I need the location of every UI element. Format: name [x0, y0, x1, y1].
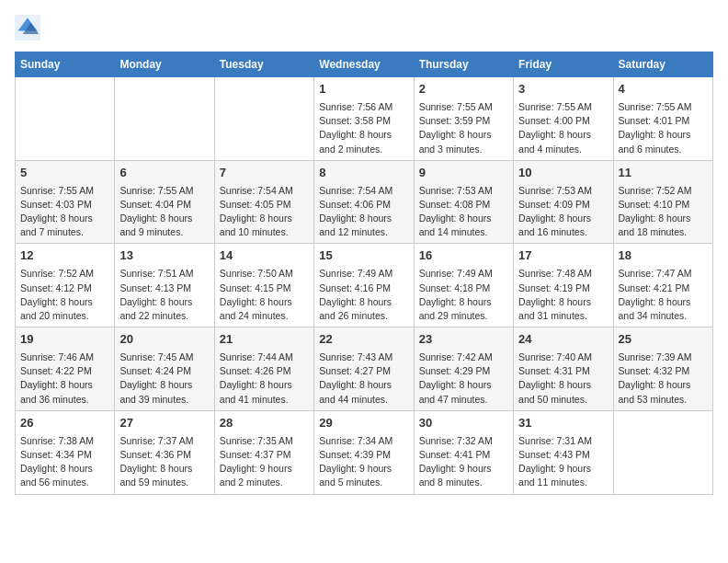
day-content-line: Daylight: 8 hours: [319, 295, 408, 309]
day-content-line: Sunrise: 7:55 AM: [20, 184, 109, 198]
calendar-cell: 11Sunrise: 7:52 AMSunset: 4:10 PMDayligh…: [613, 160, 712, 244]
day-content-line: Sunset: 4:15 PM: [220, 282, 309, 295]
day-number: 11: [619, 165, 708, 182]
day-content-line: and 20 minutes.: [20, 309, 109, 323]
day-content-line: and 36 minutes.: [20, 393, 109, 407]
day-content-line: Sunset: 4:36 PM: [119, 448, 209, 462]
day-number: 30: [419, 415, 508, 432]
day-content-line: and 14 minutes.: [419, 225, 508, 239]
day-content-line: Sunrise: 7:48 AM: [518, 267, 608, 281]
day-content-line: and 16 minutes.: [518, 225, 608, 239]
calendar-cell: 7Sunrise: 7:54 AMSunset: 4:05 PMDaylight…: [214, 160, 313, 244]
day-number: 23: [419, 331, 508, 349]
calendar-cell: 8Sunrise: 7:54 AMSunset: 4:06 PMDaylight…: [314, 160, 414, 244]
day-content-line: Sunrise: 7:49 AM: [319, 267, 408, 281]
day-number: 29: [319, 415, 408, 432]
day-content-line: and 34 minutes.: [619, 309, 708, 323]
day-content-line: Sunset: 4:24 PM: [119, 364, 209, 378]
day-content-line: Daylight: 8 hours: [619, 295, 708, 309]
calendar-cell: [613, 410, 712, 494]
calendar-cell: [115, 77, 214, 161]
day-content-line: Sunset: 4:16 PM: [319, 282, 408, 295]
day-content-line: Daylight: 8 hours: [419, 128, 508, 142]
day-content-line: Daylight: 8 hours: [20, 462, 109, 476]
calendar-cell: 9Sunrise: 7:53 AMSunset: 4:08 PMDaylight…: [414, 160, 513, 244]
day-number: 1: [319, 81, 408, 98]
day-number: 14: [220, 247, 309, 265]
day-content-line: Sunset: 3:58 PM: [319, 114, 408, 128]
day-content-line: Sunset: 3:59 PM: [419, 114, 508, 128]
day-content-line: Sunrise: 7:42 AM: [419, 350, 508, 364]
day-content-line: Sunrise: 7:51 AM: [119, 267, 209, 281]
calendar-cell: 19Sunrise: 7:46 AMSunset: 4:22 PMDayligh…: [16, 327, 115, 411]
day-content-line: Sunset: 4:26 PM: [220, 364, 309, 378]
day-header-thursday: Thursday: [414, 52, 513, 77]
day-number: 25: [619, 331, 708, 349]
day-content-line: Sunset: 4:43 PM: [518, 448, 608, 462]
day-content-line: and 26 minutes.: [319, 309, 408, 323]
day-number: 5: [20, 165, 109, 182]
day-header-tuesday: Tuesday: [214, 52, 313, 77]
day-content-line: Sunrise: 7:55 AM: [419, 100, 508, 114]
day-number: 15: [319, 247, 408, 265]
day-content-line: Daylight: 8 hours: [518, 128, 608, 142]
day-content-line: and 50 minutes.: [518, 393, 608, 407]
calendar-cell: 16Sunrise: 7:49 AMSunset: 4:18 PMDayligh…: [414, 244, 513, 327]
day-number: 7: [220, 165, 309, 182]
calendar-cell: 30Sunrise: 7:32 AMSunset: 4:41 PMDayligh…: [414, 410, 513, 494]
day-number: 4: [619, 81, 708, 98]
day-content-line: Sunset: 4:03 PM: [20, 198, 109, 212]
day-content-line: Daylight: 8 hours: [319, 128, 408, 142]
day-content-line: Sunset: 4:32 PM: [619, 364, 708, 378]
day-number: 27: [119, 415, 209, 432]
day-content-line: Sunset: 4:21 PM: [619, 282, 708, 295]
logo: [15, 15, 44, 40]
day-number: 10: [518, 165, 608, 182]
day-content-line: Daylight: 8 hours: [220, 378, 309, 392]
calendar-cell: 17Sunrise: 7:48 AMSunset: 4:19 PMDayligh…: [514, 244, 613, 327]
day-content-line: Sunset: 4:27 PM: [319, 364, 408, 378]
day-content-line: Sunrise: 7:55 AM: [518, 100, 608, 114]
day-content-line: Daylight: 8 hours: [20, 378, 109, 392]
day-content-line: Sunset: 4:10 PM: [619, 198, 708, 212]
day-content-line: Daylight: 8 hours: [419, 295, 508, 309]
day-content-line: and 44 minutes.: [319, 393, 408, 407]
day-content-line: Sunrise: 7:35 AM: [220, 434, 309, 448]
day-content-line: Sunrise: 7:38 AM: [20, 434, 109, 448]
calendar-cell: 21Sunrise: 7:44 AMSunset: 4:26 PMDayligh…: [214, 327, 313, 411]
day-number: 6: [119, 165, 209, 182]
day-number: 2: [419, 81, 508, 98]
day-content-line: Sunrise: 7:40 AM: [518, 350, 608, 364]
day-content-line: Daylight: 8 hours: [220, 212, 309, 225]
calendar-cell: 5Sunrise: 7:55 AMSunset: 4:03 PMDaylight…: [16, 160, 115, 244]
day-header-friday: Friday: [514, 52, 613, 77]
day-content-line: Sunset: 4:05 PM: [220, 198, 309, 212]
day-content-line: and 12 minutes.: [319, 225, 408, 239]
day-content-line: Daylight: 9 hours: [220, 462, 309, 476]
day-content-line: Daylight: 8 hours: [119, 212, 209, 225]
day-content-line: Daylight: 8 hours: [419, 378, 508, 392]
day-content-line: and 11 minutes.: [518, 476, 608, 489]
day-content-line: Sunrise: 7:32 AM: [419, 434, 508, 448]
day-content-line: Sunrise: 7:52 AM: [619, 184, 708, 198]
calendar-cell: 4Sunrise: 7:55 AMSunset: 4:01 PMDaylight…: [613, 77, 712, 161]
day-content-line: Sunrise: 7:31 AM: [518, 434, 608, 448]
day-content-line: Sunrise: 7:54 AM: [319, 184, 408, 198]
day-number: 9: [419, 165, 508, 182]
day-content-line: Sunset: 4:41 PM: [419, 448, 508, 462]
day-header-monday: Monday: [115, 52, 214, 77]
day-content-line: Sunset: 4:01 PM: [619, 114, 708, 128]
day-content-line: and 24 minutes.: [220, 309, 309, 323]
day-content-line: Sunrise: 7:37 AM: [119, 434, 209, 448]
day-number: 3: [518, 81, 608, 98]
day-content-line: Sunset: 4:22 PM: [20, 364, 109, 378]
calendar-cell: 1Sunrise: 7:56 AMSunset: 3:58 PMDaylight…: [314, 77, 414, 161]
calendar-cell: 18Sunrise: 7:47 AMSunset: 4:21 PMDayligh…: [613, 244, 712, 327]
day-content-line: Daylight: 8 hours: [20, 212, 109, 225]
day-content-line: Sunrise: 7:56 AM: [319, 100, 408, 114]
day-content-line: Daylight: 8 hours: [20, 295, 109, 309]
day-content-line: Sunrise: 7:43 AM: [319, 350, 408, 364]
calendar-cell: 13Sunrise: 7:51 AMSunset: 4:13 PMDayligh…: [115, 244, 214, 327]
day-content-line: and 3 minutes.: [419, 143, 508, 156]
day-header-sunday: Sunday: [16, 52, 115, 77]
